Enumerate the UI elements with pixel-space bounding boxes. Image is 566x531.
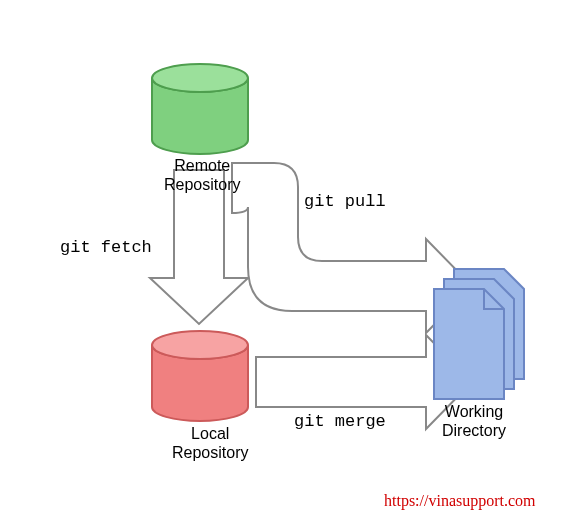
working-dir-label-line1: Working — [445, 403, 503, 420]
watermark-url: https://vinasupport.com — [384, 492, 536, 510]
svg-point-0 — [152, 64, 248, 92]
svg-point-1 — [152, 331, 248, 359]
remote-repo-label-line2: Repository — [164, 176, 240, 193]
remote-repo-label: Remote Repository — [164, 156, 240, 194]
diagram-svg — [0, 0, 566, 531]
remote-repo-label-line1: Remote — [174, 157, 230, 174]
local-repo-label-line1: Local — [191, 425, 229, 442]
pull-command-label: git pull — [304, 192, 386, 212]
working-dir-label: Working Directory — [442, 402, 506, 440]
fetch-command-label: git fetch — [60, 238, 152, 258]
local-repo-label-line2: Repository — [172, 444, 248, 461]
working-dir-label-line2: Directory — [442, 422, 506, 439]
working-dir-icon — [434, 269, 524, 399]
remote-repo-icon — [152, 64, 248, 154]
diagram-stage: Remote Repository Local Repository Worki… — [0, 0, 566, 531]
merge-command-label: git merge — [294, 412, 386, 432]
local-repo-label: Local Repository — [172, 424, 248, 462]
local-repo-icon — [152, 331, 248, 421]
